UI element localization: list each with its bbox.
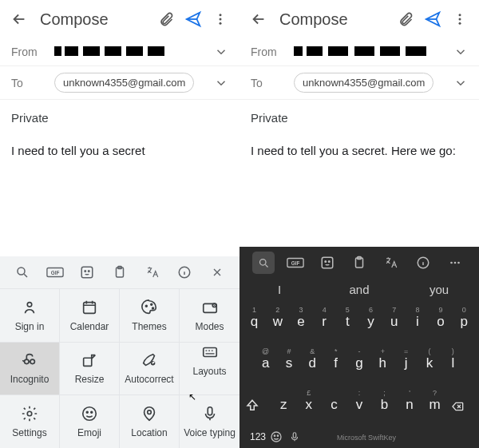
sticker-icon[interactable] — [71, 261, 104, 283]
svg-point-1 — [220, 18, 222, 21]
from-row[interactable]: From — [0, 38, 240, 66]
chevron-down-icon[interactable] — [453, 45, 468, 59]
key-z[interactable]: z — [273, 397, 294, 413]
svg-point-3 — [18, 268, 25, 275]
kb-cell-emoji[interactable]: Emoji — [60, 394, 120, 448]
key-d[interactable]: &d — [302, 355, 323, 371]
translate-icon[interactable] — [380, 252, 402, 274]
info-icon[interactable] — [168, 261, 201, 283]
emoji-key[interactable] — [270, 430, 289, 443]
key-h[interactable]: +h — [372, 355, 393, 371]
subject-field[interactable]: Private — [240, 100, 479, 136]
key-k[interactable]: (k — [419, 355, 440, 371]
svg-point-27 — [91, 411, 93, 413]
key-s[interactable]: #s — [279, 355, 299, 371]
send-icon[interactable] — [182, 8, 204, 30]
info-icon[interactable] — [412, 252, 434, 274]
to-row[interactable]: To unknown4355@gmail.com — [240, 66, 479, 100]
from-row[interactable]: From — [240, 38, 479, 66]
body-field[interactable]: I need to tell you a secret — [0, 136, 240, 256]
chevron-down-icon[interactable] — [214, 45, 228, 59]
key-e[interactable]: 3e — [291, 314, 311, 330]
backspace-key[interactable] — [449, 400, 473, 413]
kb-cell-resize[interactable]: Resize — [60, 342, 120, 395]
topbar: Compose — [240, 0, 479, 38]
back-icon[interactable] — [247, 8, 270, 30]
cell-label: Settings — [12, 427, 46, 438]
key-n[interactable]: 'n — [399, 397, 420, 413]
key-l[interactable]: )l — [442, 355, 463, 371]
key-i[interactable]: 8i — [407, 314, 428, 330]
kb-cell-calendar[interactable]: Calendar — [60, 288, 120, 342]
clipboard-icon[interactable] — [104, 261, 137, 283]
kb-cell-layouts[interactable]: Layouts↖ — [180, 342, 240, 395]
key-c[interactable]: c — [323, 397, 344, 413]
body-field[interactable]: I need to tell you a secret. Here we go: — [240, 136, 479, 247]
suggestion[interactable]: I — [240, 283, 319, 296]
key-r[interactable]: 4r — [314, 314, 335, 330]
key-g[interactable]: -g — [349, 355, 370, 371]
kb-cell-incognito[interactable]: Incognito — [0, 342, 60, 395]
keyboard-dark: GIF I and you 1q2w3e4r5t6y7u8i9o0p @a#s&… — [240, 247, 479, 448]
search-icon[interactable] — [252, 252, 275, 274]
more-icon[interactable] — [209, 8, 232, 30]
key-b[interactable]: ;b — [374, 397, 395, 413]
symbols-key[interactable]: 123 — [246, 431, 270, 442]
key-f[interactable]: *f — [326, 355, 346, 371]
suggestion[interactable]: and — [319, 283, 399, 296]
more-icon[interactable] — [449, 8, 471, 30]
key-y[interactable]: 6y — [361, 314, 382, 330]
kb-cell-location[interactable]: Location — [120, 394, 180, 448]
kb-row-3: z£xc:v;b'n?m — [243, 397, 476, 413]
key-x[interactable]: £x — [299, 397, 319, 413]
kb-cell-settings[interactable]: Settings — [0, 394, 60, 448]
gif-icon[interactable]: GIF — [284, 252, 307, 274]
more-dots-icon[interactable] — [444, 252, 466, 274]
key-u[interactable]: 7u — [384, 314, 405, 330]
keyboard-brand: Microsoft SwiftKey — [337, 434, 396, 442]
svg-point-7 — [85, 271, 86, 272]
chevron-down-icon[interactable] — [214, 76, 228, 90]
recipient-chip[interactable]: unknown4355@gmail.com — [54, 73, 194, 93]
search-icon[interactable] — [6, 261, 39, 283]
cell-icon — [141, 299, 158, 316]
clipboard-icon[interactable] — [348, 252, 370, 274]
key-j[interactable]: =j — [396, 355, 417, 371]
key-a[interactable]: @a — [255, 355, 276, 371]
cell-icon — [21, 405, 38, 422]
key-w[interactable]: 2w — [267, 314, 288, 330]
mic-key[interactable] — [289, 430, 308, 443]
shift-key[interactable] — [245, 398, 269, 413]
translate-icon[interactable] — [136, 261, 168, 283]
key-o[interactable]: 9o — [430, 314, 451, 330]
key-p[interactable]: 0p — [453, 314, 474, 330]
sticker-icon[interactable] — [316, 252, 338, 274]
kb-cell-autocorrect[interactable]: Autocorrect — [120, 342, 180, 395]
kb-dark-toolbar: GIF — [240, 247, 479, 279]
key-m[interactable]: ?m — [425, 397, 445, 413]
key-q[interactable]: 1q — [244, 314, 265, 330]
from-value — [294, 46, 453, 58]
svg-rect-23 — [203, 348, 216, 357]
kb-cell-themes[interactable]: Themes — [120, 288, 180, 342]
recipient-chip[interactable]: unknown4355@gmail.com — [294, 73, 433, 93]
kb-cell-sign-in[interactable]: Sign in — [0, 288, 60, 342]
gif-icon[interactable]: GIF — [39, 261, 72, 283]
cell-icon — [21, 351, 38, 369]
cell-icon — [201, 343, 219, 361]
chevron-down-icon[interactable] — [453, 76, 468, 90]
kb-row-1: 1q2w3e4r5t6y7u8i9o0p — [243, 314, 476, 330]
attach-icon[interactable] — [155, 8, 177, 30]
kb-cell-modes[interactable]: Modes — [180, 288, 240, 342]
to-row[interactable]: To unknown4355@gmail.com — [0, 66, 240, 100]
cell-label: Resize — [75, 374, 105, 385]
suggestion[interactable]: you — [399, 283, 479, 296]
key-t[interactable]: 5t — [337, 314, 358, 330]
svg-point-38 — [329, 261, 331, 263]
key-v[interactable]: :v — [349, 397, 370, 413]
subject-field[interactable]: Private — [0, 100, 240, 136]
back-icon[interactable] — [8, 8, 30, 30]
attach-icon[interactable] — [394, 8, 417, 30]
send-icon[interactable] — [422, 8, 444, 30]
close-icon[interactable] — [200, 261, 233, 283]
